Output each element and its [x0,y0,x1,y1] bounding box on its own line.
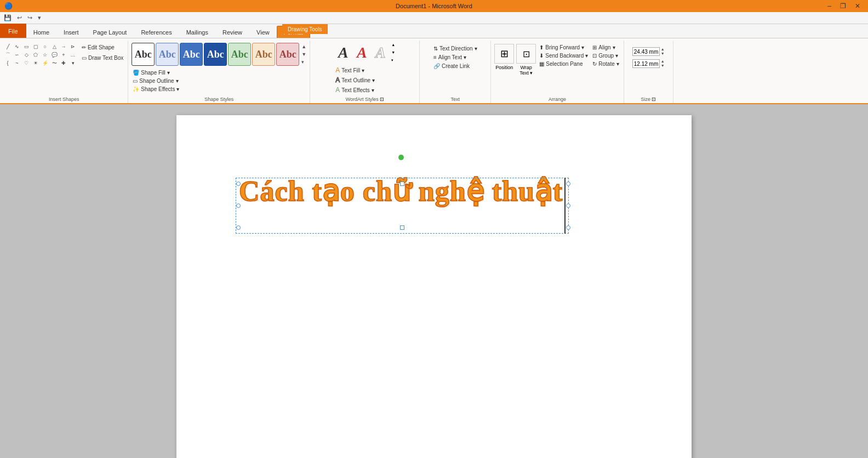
text-fill-dropdown-icon[interactable]: ▾ [362,67,364,73]
selection-pane-button[interactable]: ▦ Selection Pane [538,60,589,67]
tab-mailings[interactable]: Mailings [179,26,215,38]
circle-icon[interactable]: ○ [41,43,49,50]
chevron-icon[interactable]: ⊳ [68,43,77,50]
width-spinner[interactable]: ▲ ▼ [661,59,665,68]
shape-style-6[interactable]: Abc [252,43,275,66]
tab-references[interactable]: References [134,26,179,38]
expand-up-icon[interactable]: ▲ [301,43,306,50]
tab-page-layout[interactable]: Page Layout [86,26,134,38]
arc-icon[interactable]: ⌒ [3,51,12,59]
height-spinner[interactable]: ▲ ▼ [661,47,665,56]
align-button[interactable]: ⊞ Align ▾ [591,44,620,51]
text-direction-dropdown-icon[interactable]: ▾ [475,46,477,52]
close-button[interactable]: ✕ [852,2,864,10]
star-icon[interactable]: ☆ [41,51,49,59]
tab-file[interactable]: File [0,24,26,38]
handle-bottom-left[interactable] [236,225,241,230]
shape-fill-button[interactable]: 🪣 Shape Fill ▾ [132,69,180,76]
pentagon-icon[interactable]: ⬠ [31,51,40,59]
wordart-expand-dialog-icon[interactable]: ⊡ [380,97,384,102]
group-dropdown[interactable]: ▾ [615,53,618,59]
restore-button[interactable]: ❐ [837,2,849,10]
tab-view[interactable]: View [249,26,277,38]
wordart-expand[interactable]: ▲ ▼ ▾ [391,43,395,63]
width-input[interactable] [632,59,660,68]
shape-fill-dropdown-icon[interactable]: ▾ [167,70,170,76]
text-outline-button[interactable]: A Text Outline ▾ [334,76,376,84]
cross-icon[interactable]: ✚ [59,59,68,67]
align-text-dropdown-icon[interactable]: ▾ [464,54,466,60]
expand-down-icon[interactable]: ▼ [301,50,306,58]
window-controls[interactable]: – ❐ ✕ [824,2,864,10]
wave-icon[interactable]: 〜 [50,59,59,67]
send-backward-dropdown[interactable]: ▾ [585,53,588,59]
freeform-icon[interactable]: ∽ [13,51,21,59]
redo-icon[interactable]: ↪ [26,14,34,22]
wrap-text-button[interactable]: ⊡ [516,44,536,64]
wrap-text-label[interactable]: WrapText ▾ [519,65,533,76]
text-effects-dropdown-icon[interactable]: ▾ [372,87,374,93]
shape-effects-dropdown-icon[interactable]: ▾ [176,86,179,92]
align-text-button[interactable]: ≡ Align Text ▾ [432,54,467,61]
diamond-icon[interactable]: ◇ [22,51,31,59]
squiggle-icon[interactable]: ~ [13,59,21,67]
rect-icon[interactable]: ▭ [22,43,31,50]
send-backward-button[interactable]: ⬇ Send Backward ▾ [538,52,589,59]
edit-shape-button[interactable]: ✏ Edit Shape [81,44,124,51]
shape-outline-button[interactable]: ▭ Shape Outline ▾ [132,77,180,84]
tab-review[interactable]: Review [215,26,249,38]
wordart-style-3[interactable]: A [372,43,389,63]
align-dropdown[interactable]: ▾ [613,44,615,50]
shape-effects-button[interactable]: ✨ Shape Effects ▾ [132,86,180,93]
handle-bottom-center[interactable] [400,225,404,230]
create-link-button[interactable]: 🔗 Create Link [432,63,471,70]
rotate-button[interactable]: ↻ Rotate ▾ [591,60,620,67]
group-button[interactable]: ⊡ Group ▾ [591,52,620,59]
bring-forward-button[interactable]: ⬆ Bring Forward ▾ [538,44,589,51]
rounded-rect-icon[interactable]: ▢ [31,43,40,50]
minimize-button[interactable]: – [824,2,835,10]
shape-style-1[interactable]: Abc [132,43,155,66]
bring-forward-dropdown[interactable]: ▾ [581,44,584,50]
shape-styles-expand[interactable]: ▲ ▼ ▾ [301,43,306,66]
wordart-style-2[interactable]: A [353,43,370,63]
shape-style-2[interactable]: Abc [156,43,179,66]
text-direction-button[interactable]: ⇅ Text Direction ▾ [432,45,478,52]
curve-icon[interactable]: ∿ [13,43,21,50]
text-effects-button[interactable]: A Text Effects ▾ [334,86,376,94]
heart-icon[interactable]: ♡ [22,59,31,67]
text-fill-button[interactable]: A Text Fill ▾ [334,66,376,75]
shape-style-5[interactable]: Abc [228,43,251,66]
arrow-icon[interactable]: → [59,43,68,50]
expand-more-icon[interactable]: ▾ [301,58,306,66]
save-icon[interactable]: 💾 [2,14,13,22]
plus-icon[interactable]: + [59,51,68,59]
sun-icon[interactable]: ☀ [31,59,40,67]
expand-shapes-icon[interactable]: ▾ [68,59,77,67]
size-expand-icon[interactable]: ⊡ [652,97,656,102]
wordart-style-1[interactable]: A [334,43,352,63]
callout-icon[interactable]: 💬 [50,51,59,59]
shape-style-4[interactable]: Abc [204,43,227,66]
wordart-text[interactable]: Cách tạo chữ nghệ thuật [231,170,571,212]
shape-outline-dropdown-icon[interactable]: ▾ [176,78,179,84]
bolt-icon[interactable]: ⚡ [41,59,49,67]
bracket-icon[interactable]: { [3,59,12,67]
line-icon[interactable]: ╱ [3,43,12,50]
handle-bottom-right[interactable] [566,225,570,230]
undo-icon[interactable]: ↩ [15,14,24,22]
wordart-container[interactable]: Cách tạo chữ nghệ thuật [231,170,571,241]
rotate-dropdown[interactable]: ▾ [616,61,619,67]
customize-icon[interactable]: ▾ [36,14,43,22]
position-label[interactable]: Position [495,65,513,70]
shape-style-7[interactable]: Abc [276,43,299,66]
rotate-handle[interactable] [398,155,404,160]
tab-home[interactable]: Home [26,26,56,38]
tab-insert[interactable]: Insert [56,26,86,38]
more-icon[interactable]: … [68,51,77,59]
shape-style-3[interactable]: Abc [180,43,203,66]
text-outline-dropdown-icon[interactable]: ▾ [372,77,375,83]
height-input[interactable] [632,47,660,56]
draw-text-box-button[interactable]: ▭ Draw Text Box [81,54,124,61]
triangle-icon[interactable]: △ [50,43,59,50]
